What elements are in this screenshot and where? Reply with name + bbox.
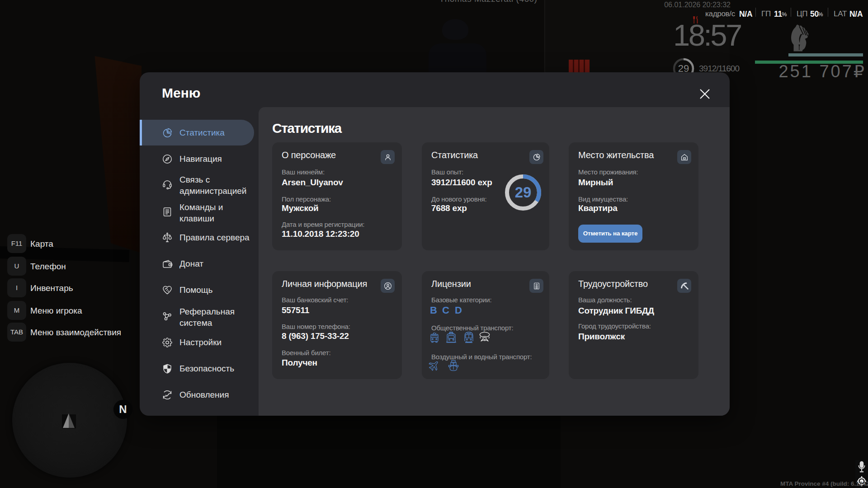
svg-text:29: 29	[515, 184, 532, 201]
